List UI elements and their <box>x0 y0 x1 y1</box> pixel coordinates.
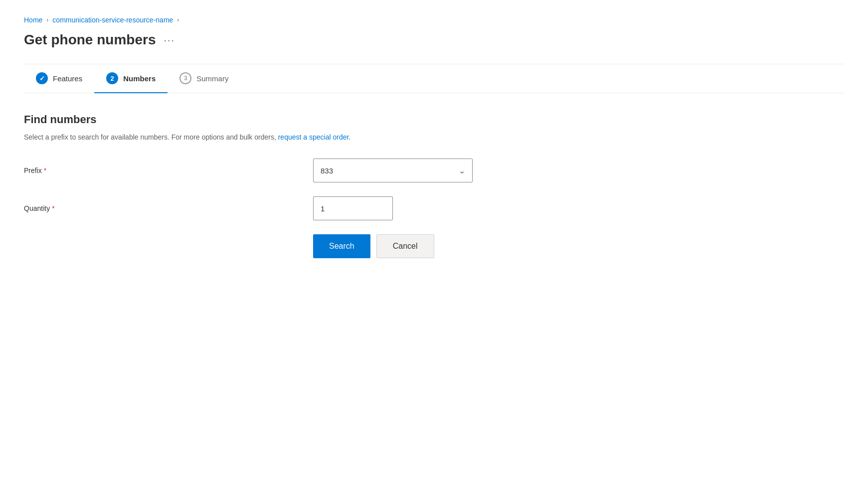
tab-numbers-label: Numbers <box>123 74 156 83</box>
tab-features-label: Features <box>53 74 82 83</box>
tab-numbers[interactable]: 2 Numbers <box>94 64 168 93</box>
special-order-link[interactable]: request a special order <box>278 133 349 141</box>
description-prefix-text: Select a prefix to search for available … <box>24 133 278 141</box>
breadcrumb-home-link[interactable]: Home <box>24 16 42 24</box>
chevron-down-icon: ⌄ <box>459 166 465 175</box>
tab-summary-badge: 3 <box>179 72 191 84</box>
prefix-control-wrapper: 833 ⌄ <box>313 159 473 182</box>
prefix-label: Prefix * <box>24 166 313 174</box>
quantity-form-row: Quantity * <box>24 196 844 220</box>
prefix-dropdown-value: 833 <box>321 166 333 175</box>
form-buttons-row: Search Cancel <box>313 234 844 258</box>
breadcrumb-resource-link[interactable]: communication-service-resource-name <box>52 16 173 24</box>
quantity-input[interactable] <box>313 196 393 220</box>
prefix-dropdown[interactable]: 833 ⌄ <box>313 159 473 182</box>
tab-summary[interactable]: 3 Summary <box>168 64 240 93</box>
tab-numbers-badge: 2 <box>106 72 118 84</box>
find-numbers-title: Find numbers <box>24 113 844 126</box>
quantity-label-text: Quantity <box>24 204 50 212</box>
prefix-label-text: Prefix <box>24 166 42 174</box>
page-title-row: Get phone numbers ··· <box>24 32 844 48</box>
page-title-more-icon[interactable]: ··· <box>164 34 175 46</box>
cancel-button[interactable]: Cancel <box>376 234 434 258</box>
tab-features-badge: ✓ <box>36 72 48 84</box>
find-numbers-description: Select a prefix to search for available … <box>24 132 844 143</box>
prefix-form-row: Prefix * 833 ⌄ <box>24 159 844 182</box>
prefix-required-star: * <box>44 166 46 174</box>
main-content: Find numbers Select a prefix to search f… <box>24 113 844 258</box>
tab-features[interactable]: ✓ Features <box>24 64 94 93</box>
quantity-control-wrapper <box>313 196 393 220</box>
breadcrumb: Home › communication-service-resource-na… <box>24 16 844 24</box>
tabs-container: ✓ Features 2 Numbers 3 Summary <box>24 64 844 93</box>
breadcrumb-separator-1: › <box>46 16 48 23</box>
search-button[interactable]: Search <box>313 234 370 258</box>
breadcrumb-separator-2: › <box>177 16 179 23</box>
tab-summary-label: Summary <box>196 74 228 83</box>
description-suffix-text: . <box>348 133 350 141</box>
page-title: Get phone numbers <box>24 32 156 48</box>
quantity-required-star: * <box>52 204 54 212</box>
quantity-label: Quantity * <box>24 204 313 212</box>
